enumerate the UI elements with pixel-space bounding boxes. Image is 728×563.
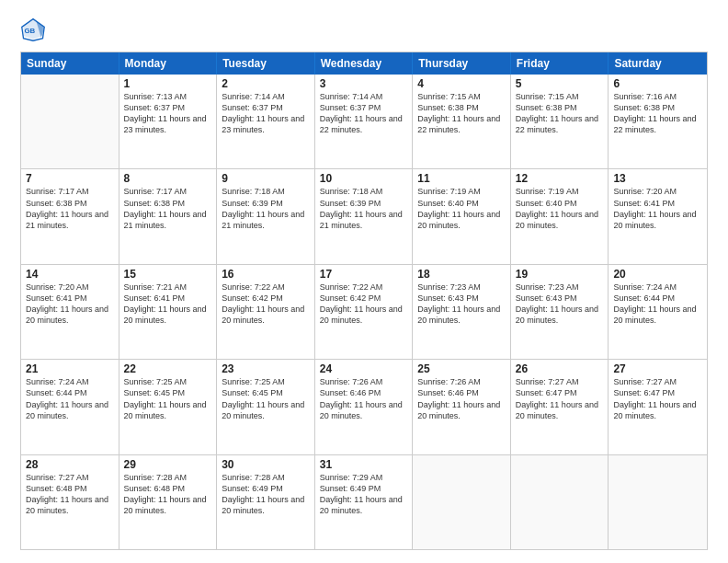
header: GB xyxy=(20,17,708,42)
calendar-row-5: 28Sunrise: 7:27 AM Sunset: 6:48 PM Dayli… xyxy=(21,454,707,549)
day-number: 17 xyxy=(320,268,408,281)
calendar-cell-16: 16Sunrise: 7:22 AM Sunset: 6:42 PM Dayli… xyxy=(217,265,315,359)
calendar-cell-5: 5Sunrise: 7:15 AM Sunset: 6:38 PM Daylig… xyxy=(511,75,609,168)
day-number: 18 xyxy=(417,268,506,281)
cell-info: Sunrise: 7:24 AM Sunset: 6:44 PM Dayligh… xyxy=(613,282,702,327)
cell-info: Sunrise: 7:15 AM Sunset: 6:38 PM Dayligh… xyxy=(417,91,506,136)
calendar-row-1: 1Sunrise: 7:13 AM Sunset: 6:37 PM Daylig… xyxy=(21,75,707,168)
weekday-header-tuesday: Tuesday xyxy=(217,52,315,75)
day-number: 11 xyxy=(417,172,506,185)
cell-info: Sunrise: 7:22 AM Sunset: 6:42 PM Dayligh… xyxy=(222,282,310,327)
calendar-cell-1: 1Sunrise: 7:13 AM Sunset: 6:37 PM Daylig… xyxy=(119,75,218,168)
calendar-row-4: 21Sunrise: 7:24 AM Sunset: 6:44 PM Dayli… xyxy=(21,359,707,454)
calendar-cell-2: 2Sunrise: 7:14 AM Sunset: 6:37 PM Daylig… xyxy=(217,75,315,168)
calendar-cell-18: 18Sunrise: 7:23 AM Sunset: 6:43 PM Dayli… xyxy=(413,265,511,359)
cell-info: Sunrise: 7:23 AM Sunset: 6:43 PM Dayligh… xyxy=(417,282,506,327)
cell-info: Sunrise: 7:27 AM Sunset: 6:48 PM Dayligh… xyxy=(26,472,114,517)
cell-info: Sunrise: 7:17 AM Sunset: 6:38 PM Dayligh… xyxy=(26,186,114,231)
day-number: 10 xyxy=(320,172,408,185)
cell-info: Sunrise: 7:24 AM Sunset: 6:44 PM Dayligh… xyxy=(26,376,114,421)
calendar-cell-23: 23Sunrise: 7:25 AM Sunset: 6:45 PM Dayli… xyxy=(217,360,315,454)
calendar-body: 1Sunrise: 7:13 AM Sunset: 6:37 PM Daylig… xyxy=(21,75,707,549)
calendar-cell-4: 4Sunrise: 7:15 AM Sunset: 6:38 PM Daylig… xyxy=(413,75,511,168)
calendar-cell-8: 8Sunrise: 7:17 AM Sunset: 6:38 PM Daylig… xyxy=(119,169,218,263)
cell-info: Sunrise: 7:26 AM Sunset: 6:46 PM Dayligh… xyxy=(417,376,506,421)
day-number: 15 xyxy=(124,268,212,281)
day-number: 20 xyxy=(613,268,702,281)
day-number: 19 xyxy=(516,268,604,281)
cell-info: Sunrise: 7:19 AM Sunset: 6:40 PM Dayligh… xyxy=(417,186,506,231)
calendar-cell-empty-0-0 xyxy=(21,75,119,168)
cell-info: Sunrise: 7:25 AM Sunset: 6:45 PM Dayligh… xyxy=(222,376,310,421)
day-number: 13 xyxy=(613,172,702,185)
cell-info: Sunrise: 7:20 AM Sunset: 6:41 PM Dayligh… xyxy=(26,282,114,327)
day-number: 16 xyxy=(222,268,310,281)
weekday-header-monday: Monday xyxy=(119,52,218,75)
calendar-cell-empty-4-6 xyxy=(609,455,707,549)
calendar-cell-28: 28Sunrise: 7:27 AM Sunset: 6:48 PM Dayli… xyxy=(21,455,119,549)
calendar-cell-20: 20Sunrise: 7:24 AM Sunset: 6:44 PM Dayli… xyxy=(609,265,707,359)
page: GB SundayMondayTuesdayWednesdayThursdayF… xyxy=(0,0,728,563)
cell-info: Sunrise: 7:14 AM Sunset: 6:37 PM Dayligh… xyxy=(222,91,310,136)
day-number: 23 xyxy=(222,362,310,375)
day-number: 5 xyxy=(516,77,604,90)
cell-info: Sunrise: 7:18 AM Sunset: 6:39 PM Dayligh… xyxy=(320,186,408,231)
cell-info: Sunrise: 7:27 AM Sunset: 6:47 PM Dayligh… xyxy=(613,376,702,421)
cell-info: Sunrise: 7:22 AM Sunset: 6:42 PM Dayligh… xyxy=(320,282,408,327)
day-number: 25 xyxy=(417,362,506,375)
calendar-cell-12: 12Sunrise: 7:19 AM Sunset: 6:40 PM Dayli… xyxy=(511,169,609,263)
cell-info: Sunrise: 7:28 AM Sunset: 6:48 PM Dayligh… xyxy=(124,472,212,517)
calendar-cell-30: 30Sunrise: 7:28 AM Sunset: 6:49 PM Dayli… xyxy=(217,455,315,549)
calendar-cell-17: 17Sunrise: 7:22 AM Sunset: 6:42 PM Dayli… xyxy=(315,265,414,359)
cell-info: Sunrise: 7:14 AM Sunset: 6:37 PM Dayligh… xyxy=(320,91,408,136)
cell-info: Sunrise: 7:26 AM Sunset: 6:46 PM Dayligh… xyxy=(320,376,408,421)
calendar-cell-26: 26Sunrise: 7:27 AM Sunset: 6:47 PM Dayli… xyxy=(511,360,609,454)
calendar-cell-27: 27Sunrise: 7:27 AM Sunset: 6:47 PM Dayli… xyxy=(609,360,707,454)
calendar-cell-empty-4-5 xyxy=(511,455,609,549)
calendar-cell-25: 25Sunrise: 7:26 AM Sunset: 6:46 PM Dayli… xyxy=(413,360,511,454)
calendar-cell-15: 15Sunrise: 7:21 AM Sunset: 6:41 PM Dayli… xyxy=(119,265,218,359)
svg-text:GB: GB xyxy=(24,27,35,35)
cell-info: Sunrise: 7:29 AM Sunset: 6:49 PM Dayligh… xyxy=(320,472,408,517)
calendar-cell-21: 21Sunrise: 7:24 AM Sunset: 6:44 PM Dayli… xyxy=(21,360,119,454)
calendar: SundayMondayTuesdayWednesdayThursdayFrid… xyxy=(20,52,708,550)
cell-info: Sunrise: 7:16 AM Sunset: 6:38 PM Dayligh… xyxy=(613,91,702,136)
calendar-cell-22: 22Sunrise: 7:25 AM Sunset: 6:45 PM Dayli… xyxy=(119,360,218,454)
calendar-row-2: 7Sunrise: 7:17 AM Sunset: 6:38 PM Daylig… xyxy=(21,168,707,263)
day-number: 14 xyxy=(26,268,114,281)
day-number: 6 xyxy=(613,77,702,90)
cell-info: Sunrise: 7:23 AM Sunset: 6:43 PM Dayligh… xyxy=(516,282,604,327)
day-number: 31 xyxy=(320,458,408,471)
calendar-cell-7: 7Sunrise: 7:17 AM Sunset: 6:38 PM Daylig… xyxy=(21,169,119,263)
day-number: 21 xyxy=(26,362,114,375)
weekday-header-thursday: Thursday xyxy=(413,52,511,75)
cell-info: Sunrise: 7:27 AM Sunset: 6:47 PM Dayligh… xyxy=(516,376,604,421)
day-number: 28 xyxy=(26,458,114,471)
calendar-cell-29: 29Sunrise: 7:28 AM Sunset: 6:48 PM Dayli… xyxy=(119,455,218,549)
day-number: 3 xyxy=(320,77,408,90)
weekday-header-friday: Friday xyxy=(511,52,609,75)
calendar-header: SundayMondayTuesdayWednesdayThursdayFrid… xyxy=(21,52,707,75)
cell-info: Sunrise: 7:18 AM Sunset: 6:39 PM Dayligh… xyxy=(222,186,310,231)
day-number: 8 xyxy=(124,172,212,185)
logo-icon: GB xyxy=(20,17,46,42)
calendar-cell-6: 6Sunrise: 7:16 AM Sunset: 6:38 PM Daylig… xyxy=(609,75,707,168)
day-number: 12 xyxy=(516,172,604,185)
calendar-cell-14: 14Sunrise: 7:20 AM Sunset: 6:41 PM Dayli… xyxy=(21,265,119,359)
calendar-cell-19: 19Sunrise: 7:23 AM Sunset: 6:43 PM Dayli… xyxy=(511,265,609,359)
cell-info: Sunrise: 7:28 AM Sunset: 6:49 PM Dayligh… xyxy=(222,472,310,517)
calendar-cell-3: 3Sunrise: 7:14 AM Sunset: 6:37 PM Daylig… xyxy=(315,75,414,168)
day-number: 7 xyxy=(26,172,114,185)
cell-info: Sunrise: 7:17 AM Sunset: 6:38 PM Dayligh… xyxy=(124,186,212,231)
day-number: 29 xyxy=(124,458,212,471)
day-number: 27 xyxy=(613,362,702,375)
calendar-cell-10: 10Sunrise: 7:18 AM Sunset: 6:39 PM Dayli… xyxy=(315,169,414,263)
logo: GB xyxy=(20,17,50,42)
cell-info: Sunrise: 7:20 AM Sunset: 6:41 PM Dayligh… xyxy=(613,186,702,231)
calendar-cell-31: 31Sunrise: 7:29 AM Sunset: 6:49 PM Dayli… xyxy=(315,455,414,549)
calendar-row-3: 14Sunrise: 7:20 AM Sunset: 6:41 PM Dayli… xyxy=(21,264,707,359)
weekday-header-saturday: Saturday xyxy=(609,52,707,75)
cell-info: Sunrise: 7:21 AM Sunset: 6:41 PM Dayligh… xyxy=(124,282,212,327)
calendar-cell-11: 11Sunrise: 7:19 AM Sunset: 6:40 PM Dayli… xyxy=(413,169,511,263)
weekday-header-wednesday: Wednesday xyxy=(315,52,414,75)
